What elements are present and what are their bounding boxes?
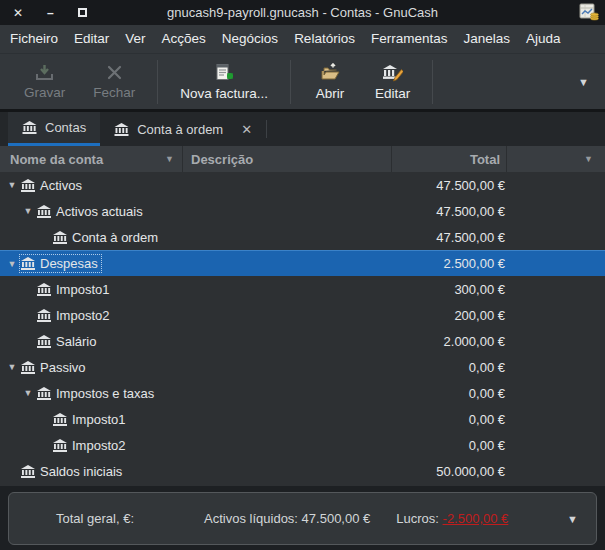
tab-close-icon[interactable]: ✕ (241, 122, 252, 137)
gnucash-app-icon (579, 3, 599, 21)
account-label-group: Despesas (20, 255, 101, 272)
account-total: 0,00 € (469, 354, 505, 380)
expander-icon[interactable]: ▼ (4, 259, 20, 269)
menu-item[interactable]: Ajuda (518, 25, 569, 53)
menu-item[interactable]: Ferramentas (363, 25, 456, 53)
account-name: Salário (56, 334, 96, 349)
column-header-total[interactable]: Total (392, 146, 507, 172)
account-name: Saldos iniciais (40, 464, 122, 479)
menu-item[interactable]: Relatórios (286, 25, 363, 53)
account-label-group: Imposto2 (52, 437, 128, 454)
new-invoice-button[interactable]: Nova factura... (166, 57, 282, 107)
account-total: 47.500,00 € (436, 198, 505, 224)
account-name: Imposto1 (72, 412, 125, 427)
table-row[interactable]: ▼ Activos actuais 47.500,00 € (0, 198, 605, 224)
table-row[interactable]: ▼ Imposto1 0,00 € (0, 406, 605, 432)
table-row[interactable]: ▼ Impostos e taxas 0,00 € (0, 380, 605, 406)
table-row[interactable]: ▼ Salário 2.000,00 € (0, 328, 605, 354)
menu-item[interactable]: Ver (117, 25, 153, 53)
account-label-group: Conta à ordem (52, 229, 161, 246)
bank-icon (22, 121, 37, 134)
table-row[interactable]: ▼ Imposto2 0,00 € (0, 432, 605, 458)
tab-separator (266, 120, 267, 138)
account-total: 2.500,00 € (444, 251, 505, 276)
menu-item[interactable]: Janelas (455, 25, 518, 53)
tabbar: Contas Conta à ordem ✕ (0, 112, 605, 146)
account-name-cell: ▼ Activos actuais (0, 198, 146, 224)
account-total: 2.000,00 € (444, 328, 505, 354)
table-row[interactable]: ▼ Saldos iniciais 50.000,00 € (0, 458, 605, 484)
account-total: 47.500,00 € (436, 172, 505, 198)
account-label-group: Activos actuais (36, 203, 146, 220)
account-bank-icon (53, 439, 67, 452)
account-name: Imposto2 (56, 308, 109, 323)
tab-label: Contas (45, 120, 86, 135)
table-row[interactable]: ▼ Conta à ordem 47.500,00 € (0, 224, 605, 250)
account-name: Activos actuais (56, 204, 143, 219)
summary-chevron-icon[interactable]: ▼ (567, 513, 578, 525)
expander-icon[interactable]: ▼ (20, 206, 36, 216)
account-label-group: Imposto2 (36, 307, 112, 324)
account-label-group: Impostos e taxas (36, 385, 157, 402)
net-assets-label: Activos líquidos: (204, 511, 298, 526)
close-tab-button[interactable]: Fechar (79, 57, 149, 107)
menu-item[interactable]: Editar (66, 25, 117, 53)
account-name-cell: ▼ Imposto1 (0, 406, 128, 432)
profits: Lucros: -2.500,00 € (396, 511, 508, 526)
close-icon (105, 63, 124, 82)
menu-item[interactable]: Acções (154, 25, 214, 53)
account-label-group: Passivo (20, 359, 89, 376)
menu-item[interactable]: Negócios (214, 25, 286, 53)
edit-account-button[interactable]: Editar (361, 57, 424, 107)
account-name-cell: ▼ Passivo (0, 354, 89, 380)
account-bank-icon (21, 465, 35, 478)
account-bank-icon (21, 361, 35, 374)
net-assets-value: 47.500,00 € (302, 511, 371, 526)
account-bank-icon (37, 205, 51, 218)
account-bank-icon (37, 309, 51, 322)
account-total: 0,00 € (469, 406, 505, 432)
profits-value: -2.500,00 € (443, 511, 509, 526)
column-header-name[interactable]: Nome da conta ▼ (0, 146, 183, 172)
column-header-name-label: Nome da conta (10, 152, 103, 167)
account-name-cell: ▼ Imposto2 (0, 432, 128, 458)
table-row[interactable]: ▼ Activos 47.500,00 € (0, 172, 605, 198)
account-bank-icon (53, 231, 67, 244)
table-row[interactable]: ▼ Despesas 2.500,00 € (0, 250, 605, 276)
account-label-group: Imposto1 (52, 411, 128, 428)
toolbar-overflow-chevron-icon[interactable]: ▼ (578, 76, 589, 88)
column-header-total-label: Total (470, 152, 500, 167)
tab-contas[interactable]: Contas (8, 112, 100, 146)
toolbar-separator (290, 60, 291, 104)
tab-label: Conta à ordem (137, 122, 223, 137)
account-label-group: Saldos iniciais (20, 463, 125, 480)
table-row[interactable]: ▼ Imposto2 200,00 € (0, 302, 605, 328)
account-label-group: Activos (20, 177, 85, 194)
new-invoice-icon (214, 63, 234, 83)
account-name: Imposto1 (56, 282, 109, 297)
table-row[interactable]: ▼ Imposto1 300,00 € (0, 276, 605, 302)
column-header-description[interactable]: Descrição (183, 146, 392, 172)
tab-conta-a-ordem[interactable]: Conta à ordem ✕ (100, 112, 266, 146)
edit-account-icon (382, 63, 403, 83)
account-total: 300,00 € (454, 276, 505, 302)
toolbar-separator (432, 60, 433, 104)
save-button[interactable]: Gravar (10, 57, 79, 107)
account-bank-icon (21, 179, 35, 192)
accounts-tree: ▼ Activos 47.500,00 € ▼ Activos actuais … (0, 172, 605, 486)
new-invoice-button-label: Nova factura... (180, 86, 268, 101)
toolbar: Gravar Fechar Nova factura... Abrir (0, 53, 605, 109)
menu-item[interactable]: Ficheiro (2, 25, 66, 53)
open-button[interactable]: Abrir (299, 57, 361, 107)
expander-icon[interactable]: ▼ (4, 362, 20, 372)
expander-icon[interactable]: ▼ (20, 388, 36, 398)
table-row[interactable]: ▼ Passivo 0,00 € (0, 354, 605, 380)
column-header-options[interactable]: ▼ (507, 146, 605, 172)
column-header-description-label: Descrição (191, 152, 253, 167)
account-bank-icon (37, 387, 51, 400)
account-total: 0,00 € (469, 380, 505, 406)
window-title: gnucash9-payroll.gnucash - Contas - GnuC… (0, 5, 605, 20)
account-name: Conta à ordem (72, 230, 158, 245)
expander-icon[interactable]: ▼ (4, 180, 20, 190)
account-total: 50.000,00 € (436, 458, 505, 484)
